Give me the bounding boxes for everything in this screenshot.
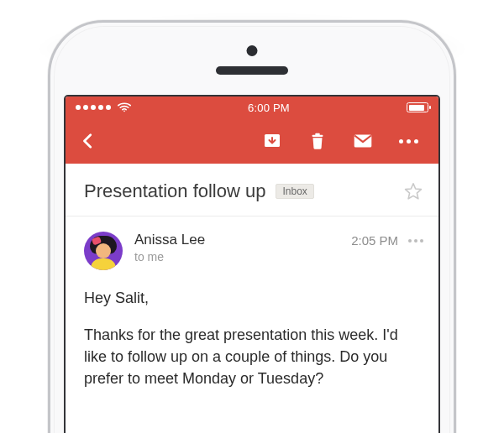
subject-row: Presentation follow up Inbox — [66, 164, 438, 216]
status-bar: 6:00 PM — [66, 97, 438, 118]
message-more-button[interactable] — [408, 239, 423, 243]
status-bar-time: 6:00 PM — [131, 102, 407, 114]
mark-unread-button[interactable] — [344, 125, 381, 157]
battery-icon — [407, 102, 428, 112]
svg-rect-3 — [315, 133, 320, 135]
phone-camera — [247, 45, 258, 56]
message-time: 2:05 PM — [351, 233, 398, 248]
signal-dots-icon — [76, 105, 111, 110]
phone-frame: 6:00 PM — [48, 20, 456, 433]
sender-avatar[interactable] — [84, 232, 123, 270]
sender-row[interactable]: Anissa Lee to me 2:05 PM — [66, 216, 438, 275]
star-button[interactable] — [403, 181, 423, 201]
more-button[interactable] — [390, 125, 427, 157]
body-paragraph: Thanks for the great presentation this w… — [84, 324, 420, 389]
archive-button[interactable] — [254, 125, 291, 157]
phone-speaker — [216, 66, 288, 75]
recipient-line[interactable]: to me — [134, 250, 351, 263]
svg-marker-5 — [406, 184, 422, 199]
chevron-left-icon — [79, 132, 97, 150]
archive-icon — [262, 131, 282, 151]
status-bar-right — [407, 102, 428, 112]
more-horizontal-icon — [399, 139, 418, 143]
phone-screen: 6:00 PM — [64, 95, 440, 433]
status-bar-left — [76, 102, 131, 112]
email-body: Hey Salit, Thanks for the great presenta… — [66, 275, 438, 389]
body-greeting: Hey Salit, — [84, 287, 420, 309]
sender-name: Anissa Lee — [134, 232, 351, 248]
wifi-icon — [118, 102, 131, 112]
trash-icon — [308, 132, 327, 150]
folder-chip[interactable]: Inbox — [276, 184, 313, 199]
svg-point-0 — [123, 111, 125, 112]
email-subject: Presentation follow up — [84, 180, 265, 202]
sender-meta: Anissa Lee to me — [123, 232, 351, 263]
envelope-icon — [352, 130, 374, 152]
star-outline-icon — [403, 181, 423, 201]
delete-button[interactable] — [299, 125, 336, 157]
back-button[interactable] — [74, 127, 102, 155]
app-toolbar — [66, 118, 438, 164]
